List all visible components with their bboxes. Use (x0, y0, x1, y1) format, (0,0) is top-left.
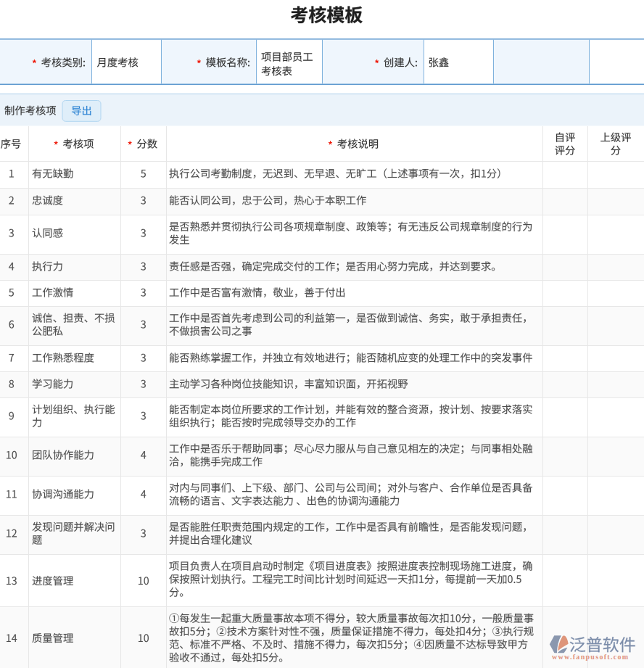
svg-text:www.fanpusoft.com: www.fanpusoft.com (552, 653, 629, 661)
